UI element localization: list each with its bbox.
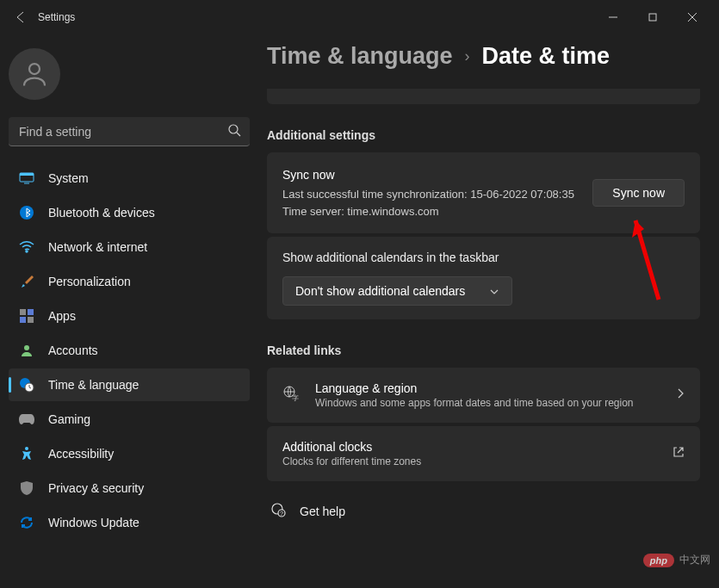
sidebar-item-personalization[interactable]: Personalization (9, 265, 250, 298)
update-icon (19, 515, 34, 530)
gamepad-icon (19, 412, 34, 427)
chevron-right-icon: › (465, 47, 470, 65)
sidebar-item-label: Windows Update (48, 516, 139, 529)
link-title: Language & region (315, 381, 660, 395)
shield-icon (19, 480, 34, 496)
svg-text:字: 字 (292, 394, 299, 402)
sidebar-item-label: Apps (48, 309, 76, 323)
svg-point-5 (229, 125, 238, 133)
sidebar-item-label: Bluetooth & devices (48, 206, 155, 220)
wifi-icon (19, 239, 34, 255)
last-sync-text: Last successful time synchronization: 15… (282, 186, 574, 203)
search-icon[interactable] (227, 123, 241, 140)
sidebar-item-accounts[interactable]: Accounts (9, 334, 250, 367)
accounts-icon (19, 343, 34, 358)
clock-globe-icon (19, 377, 34, 393)
svg-point-21 (25, 447, 28, 450)
apps-icon (19, 308, 34, 324)
svg-point-11 (26, 251, 28, 252)
app-title: Settings (38, 11, 75, 23)
link-title: Additional clocks (282, 440, 657, 454)
sync-now-button[interactable]: Sync now (592, 179, 685, 207)
link-desc: Clocks for different time zones (282, 455, 657, 467)
help-icon: ? (270, 502, 286, 520)
sidebar-item-time-language[interactable]: Time & language (9, 368, 250, 401)
svg-text:?: ? (280, 511, 283, 517)
sidebar-item-system[interactable]: System (9, 162, 250, 195)
scrolled-card-edge (267, 89, 700, 104)
minimize-button[interactable] (593, 3, 633, 31)
sidebar-item-privacy[interactable]: Privacy & security (9, 472, 250, 504)
brush-icon (19, 274, 34, 289)
dropdown-selected: Don't show additional calendars (295, 284, 465, 298)
sync-now-card: Sync now Last successful time synchroniz… (267, 152, 700, 233)
additional-calendars-dropdown[interactable]: Don't show additional calendars (282, 276, 512, 306)
sidebar-item-label: Time & language (48, 378, 139, 392)
sidebar-item-windows-update[interactable]: Windows Update (9, 506, 250, 539)
accessibility-icon (19, 446, 34, 461)
svg-rect-8 (20, 173, 34, 176)
svg-rect-13 (28, 309, 34, 315)
additional-calendars-label: Show additional calendars in the taskbar (282, 251, 685, 264)
sidebar-item-label: Network & internet (48, 240, 147, 254)
additional-clocks-link[interactable]: Additional clocks Clocks for different t… (267, 426, 700, 481)
breadcrumb: Time & language › Date & time (267, 43, 700, 70)
sidebar-item-network[interactable]: Network & internet (9, 231, 250, 263)
chevron-down-icon (489, 284, 499, 298)
watermark-text: 中文网 (679, 553, 710, 567)
section-related-links: Related links (267, 344, 700, 357)
get-help-link[interactable]: ? Get help (267, 502, 700, 520)
page-title: Date & time (482, 43, 611, 70)
sidebar-item-accessibility[interactable]: Accessibility (9, 437, 250, 470)
language-region-link[interactable]: 字 Language & region Windows and some app… (267, 368, 700, 423)
breadcrumb-parent[interactable]: Time & language (267, 43, 453, 70)
watermark: php 中文网 (643, 553, 710, 567)
sidebar-item-label: Personalization (48, 275, 131, 288)
svg-rect-14 (20, 317, 26, 323)
svg-rect-1 (649, 14, 656, 21)
user-avatar[interactable] (9, 48, 60, 100)
svg-rect-15 (28, 317, 34, 323)
svg-line-6 (237, 133, 240, 136)
sidebar-item-label: Accounts (48, 344, 98, 357)
svg-point-4 (29, 64, 40, 74)
external-link-icon (673, 446, 685, 461)
sidebar-item-label: System (48, 171, 89, 185)
section-additional-settings: Additional settings (267, 128, 700, 142)
system-icon (19, 170, 34, 186)
svg-point-16 (24, 345, 29, 350)
sidebar-item-bluetooth[interactable]: Bluetooth & devices (9, 196, 250, 229)
globe-letter-icon: 字 (282, 385, 300, 405)
sidebar-item-apps[interactable]: Apps (9, 300, 250, 332)
sidebar-item-label: Privacy & security (48, 481, 144, 495)
watermark-badge: php (643, 554, 674, 567)
sidebar-item-label: Accessibility (48, 447, 114, 461)
sync-now-title: Sync now (282, 166, 574, 184)
sidebar-item-label: Gaming (48, 412, 90, 426)
search-input[interactable] (9, 117, 250, 146)
link-desc: Windows and some apps format dates and t… (315, 397, 660, 409)
close-button[interactable] (673, 3, 712, 31)
time-server-text: Time server: time.windows.com (282, 203, 574, 220)
svg-rect-12 (20, 309, 26, 315)
additional-calendars-card: Show additional calendars in the taskbar… (267, 237, 700, 319)
sidebar-item-gaming[interactable]: Gaming (9, 403, 250, 436)
back-button[interactable] (7, 3, 34, 31)
chevron-right-icon (676, 387, 685, 403)
bluetooth-icon (19, 205, 34, 220)
maximize-button[interactable] (633, 3, 673, 31)
get-help-label: Get help (300, 504, 345, 518)
